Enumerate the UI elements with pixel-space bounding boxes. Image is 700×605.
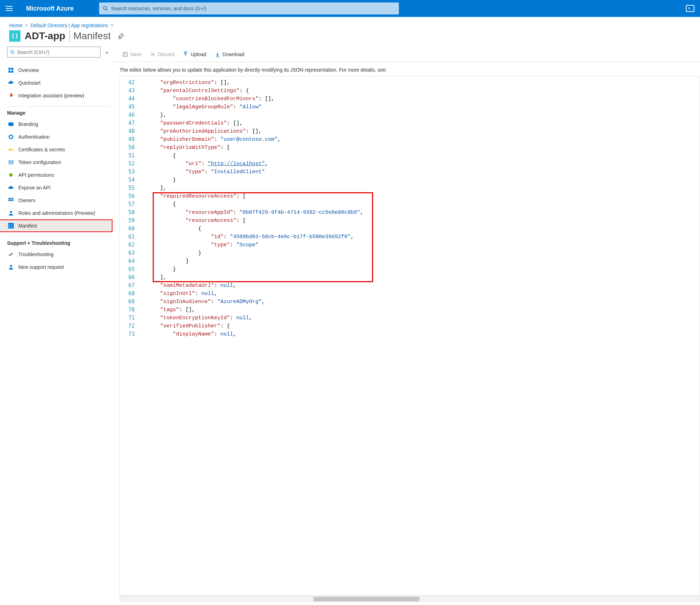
- svg-point-2: [11, 50, 13, 53]
- json-editor[interactable]: 4243444546474849505152535455565758596061…: [120, 76, 700, 596]
- svg-rect-21: [12, 198, 13, 199]
- app-icon: { }: [9, 30, 20, 42]
- svg-point-25: [10, 211, 12, 213]
- sidebar-group-manage: Manage: [7, 106, 110, 116]
- sidebar-search[interactable]: [7, 47, 101, 58]
- card-icon: [8, 121, 14, 127]
- page-title: ADT-app Manifest: [25, 30, 111, 42]
- breadcrumb-appreg[interactable]: Default Directory | App registrations: [30, 23, 108, 28]
- svg-rect-31: [124, 55, 127, 56]
- svg-rect-19: [8, 198, 10, 199]
- horizontal-scrollbar[interactable]: [120, 596, 700, 602]
- command-bar: Save Discard Upload Download: [112, 47, 700, 62]
- azure-topbar: Microsoft Azure: [0, 0, 700, 17]
- svg-rect-16: [12, 160, 13, 164]
- braces-icon: {}: [8, 223, 14, 229]
- key-icon: [8, 146, 14, 153]
- sidebar-item-branding[interactable]: Branding: [0, 118, 112, 131]
- resource-sidebar: « OverviewQuickstartIntegration assistan…: [0, 47, 112, 602]
- save-button[interactable]: Save: [120, 50, 144, 59]
- page-title-row: { } ADT-app Manifest: [0, 30, 700, 47]
- collapse-sidebar-button[interactable]: «: [104, 48, 110, 56]
- svg-rect-7: [11, 71, 13, 73]
- svg-point-10: [9, 135, 13, 139]
- pin-icon[interactable]: [118, 33, 124, 39]
- cloud-icon: [8, 80, 14, 86]
- plug-icon: [8, 172, 14, 178]
- sidebar-item-authentication[interactable]: Authentication: [0, 131, 112, 143]
- svg-rect-23: [10, 200, 12, 201]
- svg-rect-24: [12, 200, 13, 201]
- sidebar-item-new-support-request[interactable]: New support request: [0, 261, 112, 273]
- code-area[interactable]: "orgRestrictions": [], "parentalControlS…: [146, 77, 700, 595]
- breadcrumb-home[interactable]: Home: [9, 23, 22, 28]
- sidebar-item-label: Authentication: [18, 134, 50, 140]
- sidebar-item-token-configuration[interactable]: Token configuration: [0, 156, 112, 169]
- sidebar-item-manifest[interactable]: {}Manifest: [0, 219, 112, 232]
- sidebar-item-label: Overview: [18, 67, 39, 73]
- save-icon: [122, 52, 128, 57]
- sidebar-item-api-permissions[interactable]: API permissions: [0, 169, 112, 181]
- sidebar-item-label: API permissions: [18, 172, 54, 178]
- download-button[interactable]: Download: [212, 50, 247, 59]
- svg-rect-18: [12, 175, 13, 175]
- global-search-input[interactable]: [111, 6, 395, 11]
- svg-rect-14: [9, 160, 10, 164]
- sidebar-item-troubleshooting[interactable]: Troubleshooting: [0, 248, 112, 261]
- discard-button[interactable]: Discard: [147, 50, 177, 59]
- upload-icon: [183, 52, 188, 57]
- sidebar-item-owners[interactable]: Owners: [0, 194, 112, 207]
- upload-button[interactable]: Upload: [180, 50, 209, 59]
- svg-text:{}: {}: [8, 223, 13, 229]
- chevron-right-icon: >: [25, 23, 28, 28]
- breadcrumb: Home > Default Directory | App registrat…: [0, 17, 700, 30]
- sidebar-item-label: Integration assistant (preview): [18, 93, 84, 98]
- sidebar-item-label: Token configuration: [18, 159, 61, 165]
- sidebar-item-label: Branding: [18, 121, 38, 127]
- sidebar-search-input[interactable]: [17, 49, 97, 55]
- global-search[interactable]: [99, 2, 399, 14]
- svg-rect-20: [10, 198, 12, 199]
- svg-rect-22: [8, 200, 10, 201]
- svg-rect-6: [8, 71, 11, 73]
- download-icon: [215, 52, 220, 57]
- sidebar-item-label: New support request: [18, 264, 64, 270]
- cloud-shell-button[interactable]: [686, 5, 694, 12]
- search-icon: [10, 50, 15, 55]
- grid-icon: [8, 67, 14, 73]
- grid2-icon: [8, 197, 14, 204]
- svg-rect-4: [8, 68, 11, 70]
- svg-line-3: [13, 53, 14, 54]
- svg-point-28: [10, 265, 12, 267]
- sidebar-item-certificates-secrets[interactable]: Certificates & secrets: [0, 143, 112, 156]
- search-icon: [103, 6, 108, 11]
- sidebar-item-quickstart[interactable]: Quickstart: [0, 77, 112, 89]
- menu-button[interactable]: [6, 5, 14, 12]
- close-icon: [150, 52, 156, 57]
- sidebar-item-label: Troubleshooting: [18, 252, 54, 257]
- svg-rect-9: [8, 122, 13, 126]
- sidebar-item-label: Expose an API: [18, 185, 51, 190]
- svg-point-0: [103, 6, 106, 10]
- line-gutter: 4243444546474849505152535455565758596061…: [120, 77, 138, 595]
- sidebar-item-roles-and-administrators-preview-[interactable]: Roles and administrators (Preview): [0, 207, 112, 219]
- sidebar-item-integration-assistant-preview-[interactable]: Integration assistant (preview): [0, 89, 112, 102]
- cloud2-icon: [8, 184, 14, 191]
- svg-rect-15: [11, 160, 11, 164]
- sidebar-item-overview[interactable]: Overview: [0, 64, 112, 77]
- rocket-icon: [8, 92, 14, 99]
- svg-point-17: [9, 173, 13, 177]
- brand-label: Microsoft Azure: [26, 5, 74, 12]
- sidebar-item-label: Quickstart: [18, 80, 41, 86]
- person-icon: [8, 210, 14, 216]
- svg-rect-13: [13, 149, 13, 151]
- chevron-right-icon: >: [111, 23, 113, 28]
- wrench-icon: [8, 251, 14, 258]
- person2-icon: [8, 264, 14, 270]
- sidebar-item-label: Roles and administrators (Preview): [18, 210, 95, 216]
- sidebar-item-label: Certificates & secrets: [18, 147, 65, 152]
- sidebar-item-label: Owners: [18, 198, 35, 203]
- sliders-icon: [8, 159, 14, 165]
- sidebar-item-expose-an-api[interactable]: Expose an API: [0, 181, 112, 194]
- sidebar-group-support: Support + Troubleshooting: [7, 236, 110, 246]
